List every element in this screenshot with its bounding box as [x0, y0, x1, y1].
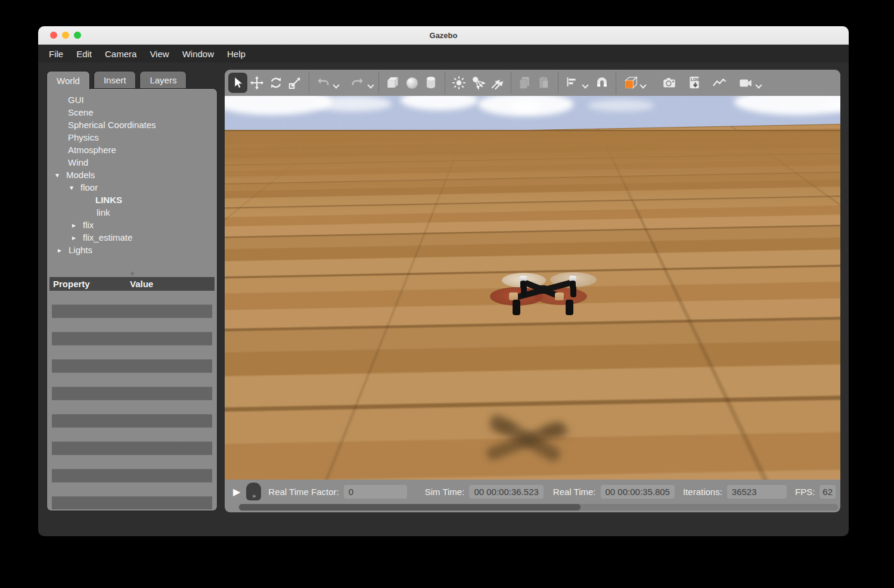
- view-angle-chevron-icon[interactable]: [640, 82, 646, 88]
- tree-item-wind[interactable]: Wind: [47, 156, 217, 169]
- collapse-arrow-icon[interactable]: ▸: [58, 246, 69, 254]
- collapse-arrow-icon[interactable]: ▸: [72, 234, 83, 242]
- menu-window[interactable]: Window: [182, 46, 221, 61]
- copy-button[interactable]: [516, 73, 535, 93]
- collapse-arrow-icon[interactable]: ▸: [72, 221, 83, 229]
- tree-item-gui[interactable]: GUI: [47, 94, 217, 106]
- directional-light-button[interactable]: [488, 73, 507, 93]
- rotate-tool-button[interactable]: [266, 73, 285, 93]
- undo-history-chevron-icon[interactable]: [333, 82, 339, 88]
- insert-box-button[interactable]: [383, 73, 402, 93]
- titlebar[interactable]: Gazebo: [38, 26, 849, 45]
- sim-time-value[interactable]: 00 00:00:36.523: [469, 485, 543, 499]
- copy-icon: [517, 75, 533, 91]
- tab-world[interactable]: World: [46, 71, 90, 89]
- horizontal-scrollbar[interactable]: [239, 504, 838, 511]
- log-record-button[interactable]: LOG: [685, 73, 704, 93]
- undo-button[interactable]: [313, 73, 333, 93]
- step-button[interactable]: »: [246, 483, 261, 500]
- scrollbar-thumb[interactable]: [239, 504, 581, 511]
- paste-button[interactable]: [535, 73, 554, 93]
- real-time-value[interactable]: 00 00:00:35.805: [601, 485, 675, 499]
- menu-edit[interactable]: Edit: [76, 46, 99, 61]
- redo-history-chevron-icon[interactable]: [367, 82, 374, 88]
- column-header-property[interactable]: Property: [49, 279, 130, 289]
- translate-icon: [249, 75, 265, 91]
- snap-tool-button[interactable]: [592, 73, 611, 93]
- align-tool-button[interactable]: [563, 73, 582, 93]
- table-row: [52, 359, 212, 373]
- expand-arrow-icon[interactable]: ▾: [55, 171, 66, 179]
- table-row: [52, 455, 212, 469]
- cylinder-icon: [423, 75, 439, 91]
- motor-front-right: [555, 293, 564, 300]
- statusbar: ▶ » Real Time Factor: 0 Sim Time: 00 00:…: [225, 480, 840, 512]
- video-record-button[interactable]: [736, 73, 755, 93]
- table-row: [52, 373, 212, 387]
- tree-item-scene[interactable]: Scene: [47, 106, 217, 119]
- expand-arrow-icon[interactable]: ▾: [70, 183, 80, 192]
- view-angle-button[interactable]: [620, 73, 640, 93]
- drone-leg: [513, 300, 520, 315]
- screenshot-button[interactable]: [660, 73, 679, 93]
- world-panel: GUI Scene Spherical Coordinates Physics …: [46, 88, 218, 511]
- real-time-label: Real Time:: [553, 487, 596, 497]
- tree-item-label: Models: [66, 170, 95, 180]
- table-row: [52, 496, 212, 509]
- menu-file[interactable]: File: [49, 46, 70, 61]
- cloud: [401, 96, 478, 110]
- tree-item-physics[interactable]: Physics: [47, 131, 217, 144]
- menu-help[interactable]: Help: [227, 46, 253, 61]
- tree-item-models[interactable]: ▾Models: [47, 169, 217, 181]
- property-table-header[interactable]: Property Value: [49, 277, 215, 291]
- spot-light-button[interactable]: [468, 73, 488, 93]
- tree-item-spherical-coordinates[interactable]: Spherical Coordinates: [47, 119, 217, 131]
- insert-cylinder-button[interactable]: [421, 73, 440, 93]
- redo-button[interactable]: [348, 73, 367, 93]
- cloud: [314, 96, 392, 111]
- panel-splitter-handle[interactable]: [131, 272, 134, 275]
- table-row: [52, 469, 212, 483]
- window-title: Gazebo: [38, 31, 849, 40]
- drone-leg: [570, 285, 576, 297]
- column-header-value[interactable]: Value: [130, 279, 153, 289]
- translate-tool-button[interactable]: [247, 73, 266, 93]
- table-row: [52, 400, 212, 414]
- viewport-3d[interactable]: [225, 96, 840, 480]
- tree-item-label: link: [97, 207, 110, 217]
- plot-window-button[interactable]: [710, 73, 729, 93]
- tree-item-label: flix: [83, 220, 94, 230]
- align-icon: [565, 76, 579, 90]
- horizon: [225, 130, 840, 213]
- video-record-chevron-icon[interactable]: [755, 82, 762, 88]
- tree-item-links[interactable]: LINKS: [47, 194, 217, 206]
- camera-icon: [661, 75, 678, 91]
- tab-insert[interactable]: Insert: [94, 71, 136, 89]
- cursor-arrow-icon: [231, 76, 245, 90]
- select-tool-button[interactable]: [228, 73, 247, 93]
- menu-view[interactable]: View: [150, 46, 176, 61]
- menu-camera[interactable]: Camera: [105, 46, 144, 61]
- tree-item-floor[interactable]: ▾floor: [47, 181, 217, 194]
- tab-layers[interactable]: Layers: [139, 71, 187, 89]
- tree-item-atmosphere[interactable]: Atmosphere: [47, 144, 217, 156]
- log-icon-label: LOG: [691, 77, 699, 82]
- menubar: File Edit Camera View Window Help: [38, 45, 849, 63]
- insert-sphere-button[interactable]: [402, 73, 421, 93]
- view-cube-icon: [621, 74, 639, 92]
- align-chevron-icon[interactable]: [582, 82, 588, 88]
- fps-value[interactable]: 62: [820, 485, 836, 499]
- scale-tool-button[interactable]: [285, 73, 305, 93]
- tree-item-label: flix_estimate: [83, 232, 132, 242]
- tree-item-lights[interactable]: ▸Lights: [47, 244, 217, 256]
- rotate-icon: [268, 75, 284, 91]
- tree-item-link[interactable]: link: [47, 206, 217, 219]
- iterations-value[interactable]: 36523: [727, 485, 787, 499]
- table-row: [52, 304, 212, 318]
- tree-item-flix-estimate[interactable]: ▸flix_estimate: [47, 231, 217, 244]
- point-light-button[interactable]: [449, 73, 468, 93]
- real-time-factor-value[interactable]: 0: [344, 485, 407, 499]
- play-button[interactable]: ▶: [233, 486, 240, 497]
- table-row: [52, 414, 212, 428]
- tree-item-flix[interactable]: ▸flix: [47, 219, 217, 231]
